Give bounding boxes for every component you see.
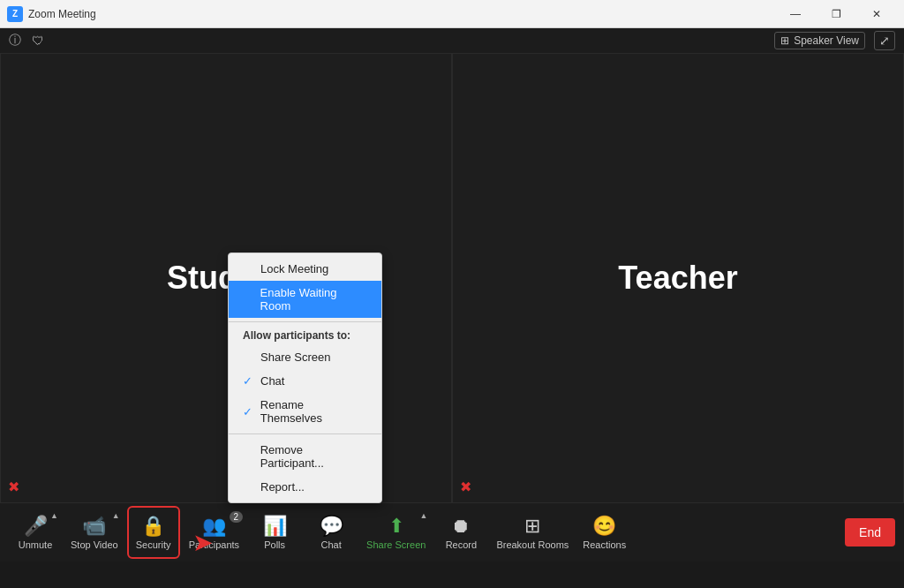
polls-button[interactable]: 📊 Polls [248, 506, 301, 559]
breakout-icon: ⊞ [524, 515, 540, 538]
toolbar-left-items: ▲ 🎤 Unmute ▲ 📹 Stop Video 🔒 Security 2 👥… [9, 506, 631, 559]
microphone-icon: 🎤 [24, 515, 48, 538]
lock-meeting-item[interactable]: Lock Meeting [229, 257, 381, 281]
security-button[interactable]: 🔒 Security [127, 506, 180, 559]
report-label: Report... [260, 480, 305, 494]
unmute-button[interactable]: ▲ 🎤 Unmute [9, 506, 62, 559]
teacher-muted-icon: ✖ [460, 479, 471, 495]
titlebar: Z Zoom Meeting — ❐ ✕ [0, 0, 904, 28]
rename-check: ✓ [243, 405, 255, 418]
remove-participant-label: Remove Participant... [260, 443, 367, 470]
share-screen-label: Share Screen [260, 351, 331, 364]
unmute-label: Unmute [19, 539, 53, 550]
video-caret[interactable]: ▲ [112, 511, 120, 520]
speaker-view-icon: ⊞ [780, 34, 789, 47]
menu-separator-2 [229, 433, 381, 434]
share-screen-label: Share Screen [366, 539, 426, 550]
record-label: Record [446, 539, 477, 550]
main-video-area: Student ✖ Teacher ✖ Lock Meeting Enable … [0, 53, 904, 503]
end-button[interactable]: End [845, 518, 895, 547]
expand-button[interactable]: ⤢ [874, 31, 895, 50]
share-screen-icon: ⬆ [388, 515, 404, 538]
arrow-indicator: ➤ [192, 528, 213, 557]
info-icon[interactable]: ⓘ [9, 33, 21, 49]
speaker-view-button[interactable]: ⊞ Speaker View [774, 32, 865, 49]
student-muted-icon: ✖ [8, 479, 19, 495]
zoom-topbar: ⓘ 🛡 ⊞ Speaker View ⤢ [0, 28, 904, 53]
topbar-right: ⊞ Speaker View ⤢ [774, 31, 895, 50]
reactions-label: Reactions [583, 539, 626, 550]
menu-separator-1 [229, 321, 381, 322]
teacher-name: Teacher [618, 260, 737, 297]
unmute-caret[interactable]: ▲ [50, 511, 58, 520]
chat-label: Chat [260, 374, 284, 388]
record-icon: ⏺ [451, 515, 471, 538]
breakout-label: Breakout Rooms [496, 539, 569, 550]
chat-item[interactable]: ✓ Chat [229, 369, 381, 393]
titlebar-left: Z Zoom Meeting [7, 6, 96, 22]
remove-participant-item[interactable]: Remove Participant... [229, 438, 381, 475]
chat-label: Chat [320, 539, 341, 550]
chat-check: ✓ [243, 374, 255, 388]
breakout-rooms-button[interactable]: ⊞ Breakout Rooms [491, 506, 574, 559]
participants-badge: 2 [230, 511, 244, 523]
zoom-logo: Z [7, 6, 23, 22]
shield-icon[interactable]: 🛡 [32, 34, 44, 48]
video-icon: 📹 [82, 515, 106, 538]
speaker-view-label: Speaker View [794, 34, 859, 47]
security-label: Security [136, 539, 171, 550]
polls-icon: 📊 [263, 515, 287, 538]
reactions-button[interactable]: 😊 Reactions [577, 506, 631, 559]
close-button[interactable]: ✕ [856, 0, 897, 28]
security-context-menu: Lock Meeting Enable Waiting Room Allow p… [228, 253, 382, 503]
enable-waiting-room-label: Enable Waiting Room [260, 286, 367, 313]
titlebar-title: Zoom Meeting [28, 8, 96, 20]
enable-waiting-room-item[interactable]: Enable Waiting Room [229, 281, 381, 318]
record-button[interactable]: ⏺ Record [434, 506, 487, 559]
share-screen-button[interactable]: ▲ ⬆ Share Screen [361, 506, 431, 559]
stop-video-button[interactable]: ▲ 📹 Stop Video [65, 506, 124, 559]
stop-video-label: Stop Video [71, 539, 118, 550]
polls-label: Polls [264, 539, 285, 550]
security-icon: 🔒 [141, 515, 165, 538]
report-item[interactable]: Report... [229, 475, 381, 499]
chat-button[interactable]: 💬 Chat [305, 506, 358, 559]
minimize-button[interactable]: — [775, 0, 816, 28]
share-caret[interactable]: ▲ [419, 511, 427, 520]
maximize-button[interactable]: ❐ [816, 0, 856, 28]
reactions-icon: 😊 [592, 515, 616, 538]
rename-label: Rename Themselves [260, 398, 367, 425]
titlebar-controls[interactable]: — ❐ ✕ [775, 0, 897, 28]
student-video-panel: Student ✖ [0, 53, 452, 503]
toolbar: ➤ ▲ 🎤 Unmute ▲ 📹 Stop Video 🔒 Security 2… [0, 503, 904, 562]
teacher-video-panel: Teacher ✖ [452, 53, 904, 503]
share-screen-item[interactable]: Share Screen [229, 345, 381, 369]
rename-item[interactable]: ✓ Rename Themselves [229, 393, 381, 430]
chat-icon: 💬 [320, 515, 343, 538]
lock-meeting-label: Lock Meeting [260, 262, 328, 275]
allow-participants-label: Allow participants to: [229, 326, 381, 345]
